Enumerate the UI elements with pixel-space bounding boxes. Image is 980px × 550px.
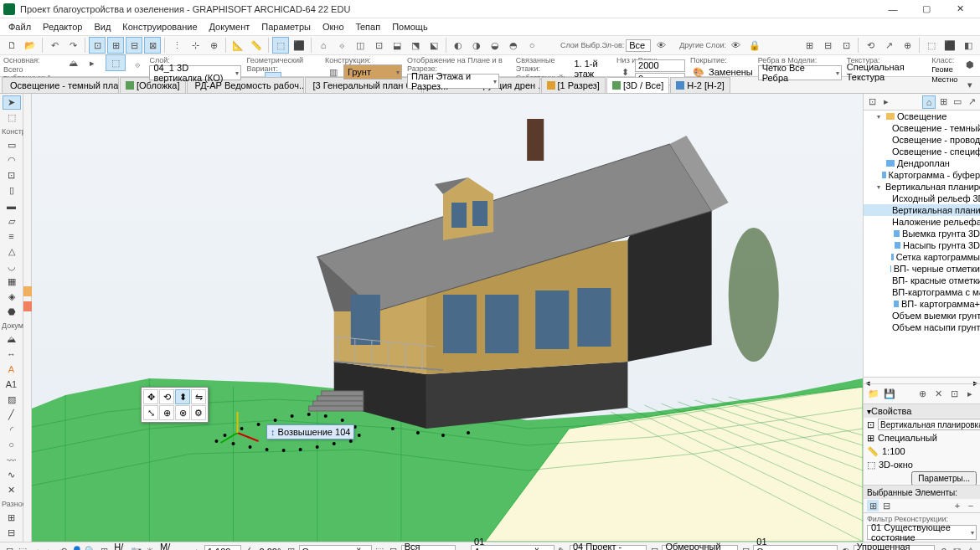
marquee-button[interactable]: ⬛ <box>291 37 307 54</box>
tab-3d-all[interactable]: [3D / Все] <box>606 77 669 93</box>
nav-tab-publisher[interactable]: ↗ <box>965 95 978 109</box>
tool-btn-c[interactable]: ◒ <box>487 37 503 54</box>
tree-item[interactable]: ВП- черные отметки <box>864 263 980 275</box>
tab-section[interactable]: [1 Разрез] <box>541 77 606 93</box>
misc-btn-1[interactable]: ⊞ <box>801 37 818 54</box>
tree-item[interactable]: Наложение рельефа 3D <box>864 216 980 228</box>
menu-help[interactable]: Помощь <box>387 20 433 33</box>
maximize-button[interactable]: ▢ <box>910 0 943 18</box>
sb-project-combo[interactable]: 04 Проект - Планы <box>570 545 647 551</box>
close-button[interactable]: ✕ <box>943 0 977 18</box>
menu-view[interactable]: Вид <box>89 20 116 33</box>
sb-zoom-in[interactable]: + <box>191 544 203 551</box>
pet-mirror[interactable]: ⇋ <box>191 389 206 404</box>
tree-item[interactable]: Исходный рельеф 3D <box>864 193 980 204</box>
grid-button-1[interactable]: ⋮ <box>168 37 185 54</box>
tree-item[interactable]: ВП-картограмма с маркер <box>864 286 980 298</box>
tree-item[interactable]: Объем насыпи грунта <box>864 321 980 333</box>
3d-button-7[interactable]: ⬕ <box>426 37 442 54</box>
element-icon[interactable]: ⛰ <box>65 54 82 71</box>
tree-item[interactable]: ВП- красные отметки <box>864 275 980 286</box>
tree-item[interactable]: Выемка грунта 3D <box>864 228 980 239</box>
sb-arch-combo[interactable]: 01 Архитектурный ... <box>471 545 554 551</box>
tree-item[interactable]: Освещение - специфика <box>864 146 980 157</box>
sb-survey-combo[interactable]: Обмерочный план <box>662 545 738 551</box>
snap-button-4[interactable]: ⊠ <box>144 37 161 54</box>
sb-sun[interactable]: ☀ <box>144 544 156 551</box>
sb-angle-icon[interactable]: ∠ <box>243 544 255 551</box>
sb-zoom-out[interactable]: − <box>178 544 189 551</box>
misc-btn-5[interactable]: ↗ <box>880 37 897 54</box>
properties-params-button[interactable]: Параметры... <box>911 471 977 486</box>
snap-button-2[interactable]: ⊞ <box>107 37 124 54</box>
misc-btn-2[interactable]: ⊟ <box>819 37 836 54</box>
sb-zoom[interactable]: 🔍 <box>85 544 96 551</box>
menu-terrain[interactable]: Teпaп <box>351 20 386 33</box>
tree-item[interactable]: Объем выемки грунта <box>864 310 980 321</box>
sel-filter-2[interactable]: ⊟ <box>880 500 892 511</box>
menu-window[interactable]: Окно <box>317 20 349 33</box>
sb-pen-icon[interactable]: ✎ <box>556 544 568 551</box>
new-button[interactable]: 🗋 <box>3 37 20 54</box>
sb-3d[interactable]: ⬚ <box>17 544 28 551</box>
tab-lighting[interactable]: Освещение - темный пла... <box>2 77 119 93</box>
sb-model-combo[interactable]: Вся Модель <box>401 545 456 551</box>
sb-override-icon[interactable]: ⊟ <box>648 544 660 551</box>
layer-vis-2[interactable]: 👁 <box>728 37 745 54</box>
spline-tool[interactable]: ∿ <box>3 468 21 482</box>
tree-item[interactable]: ВП- картограмма+ <box>864 298 980 310</box>
class-icon[interactable]: ⬢ <box>962 56 977 73</box>
tree-item[interactable]: Дендроплан <box>864 157 980 169</box>
menu-options[interactable]: Параметры <box>256 20 316 33</box>
object-tool[interactable]: ⬣ <box>3 305 21 319</box>
sb-shading-combo[interactable]: Упрощенная Окра... <box>854 545 935 551</box>
beam-tool[interactable]: ▬ <box>3 198 21 213</box>
polyline-tool[interactable]: 〰 <box>3 453 21 467</box>
quick-options-button[interactable]: ⊡ <box>3 544 15 551</box>
measure-button[interactable]: 📐 <box>230 37 246 54</box>
circle-tool[interactable]: ○ <box>3 438 21 452</box>
3d-button-1[interactable]: ⌂ <box>315 37 332 54</box>
sb-orbit[interactable]: ⟲ <box>58 544 70 551</box>
nav-action-3[interactable]: ⊡ <box>947 388 961 401</box>
pet-opt[interactable]: ⚙ <box>191 405 206 420</box>
sb-warn[interactable]: ⚠ <box>965 544 977 551</box>
ruler-button[interactable]: 📏 <box>248 37 265 54</box>
misc-btn-6[interactable]: ⊕ <box>899 37 916 54</box>
menu-edit[interactable]: Редактор <box>38 20 87 33</box>
more-tool-1[interactable]: ⊞ <box>3 511 21 525</box>
tab-h2[interactable]: Н-2 [Н-2] <box>670 77 730 93</box>
misc-btn-8[interactable]: ⬛ <box>941 37 958 54</box>
misc-btn-3[interactable]: ⊡ <box>838 37 854 54</box>
tool-btn-e[interactable]: ○ <box>524 37 540 54</box>
menu-file[interactable]: Файл <box>3 20 36 33</box>
wall-tool[interactable]: ▭ <box>3 138 21 152</box>
display-combo[interactable]: План Этажа и Разрез... <box>407 74 499 89</box>
pet-offset[interactable]: ⊕ <box>159 405 174 420</box>
label-tool[interactable]: A1 <box>3 378 21 392</box>
hotspot-tool[interactable]: ✕ <box>3 483 21 497</box>
grid-button-2[interactable]: ⊹ <box>187 37 204 54</box>
layer-vis-3[interactable]: 🔒 <box>746 37 763 54</box>
sb-msg[interactable]: ✉ <box>952 544 963 551</box>
more-tool-2[interactable]: ⊟ <box>3 526 21 540</box>
tree-item[interactable]: Картограмма - буфер <box>864 169 980 181</box>
tool-btn-b[interactable]: ◑ <box>468 37 485 54</box>
arrow-tool[interactable]: ➤ <box>3 95 21 110</box>
pet-multiply[interactable]: ⊗ <box>175 405 190 420</box>
view-mode-button[interactable]: ⬚ <box>272 37 289 54</box>
sb-walk[interactable]: 👤 <box>71 544 83 551</box>
nav-save-view[interactable]: 💾 <box>883 388 896 401</box>
tree-item[interactable]: Вертикальная планировка <box>864 204 980 216</box>
misc-btn-4[interactable]: ⟲ <box>862 37 879 54</box>
minimize-button[interactable]: — <box>876 0 910 18</box>
mesh-tool[interactable]: ⛰ <box>3 332 21 347</box>
3d-button-3[interactable]: ◫ <box>352 37 369 54</box>
sb-fit[interactable]: ⊞ <box>98 544 110 551</box>
element-settings-button[interactable]: ▸ <box>84 54 101 71</box>
stair-tool[interactable]: ≡ <box>3 229 21 244</box>
sb-opt-icon-1[interactable]: ⊞ <box>285 544 297 551</box>
favorites-button[interactable]: ⟐ <box>131 56 145 73</box>
nav-popup-button[interactable]: ⊡ <box>865 95 879 109</box>
sel-remove[interactable]: − <box>965 500 977 511</box>
